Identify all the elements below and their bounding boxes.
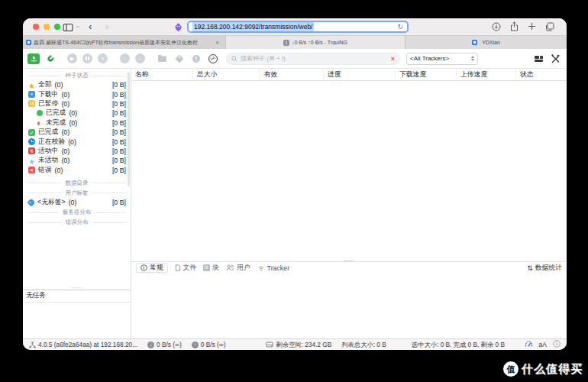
asterisk-icon bbox=[28, 82, 35, 89]
chevron-down-icon[interactable]: › bbox=[74, 26, 82, 28]
sidebar-scrollbar[interactable] bbox=[128, 72, 130, 186]
layout-toggle-icon[interactable] bbox=[534, 54, 544, 63]
filter-active[interactable]: 活动中(0) [0 B] bbox=[23, 147, 131, 156]
filter-all[interactable]: 全部(0) [0 B] bbox=[23, 80, 131, 89]
search-icon bbox=[231, 56, 237, 62]
search-placeholder: 搜索种子 (⌘ + f) bbox=[241, 54, 286, 63]
sidebar-toggle-icon[interactable] bbox=[63, 21, 73, 35]
tab-favicon bbox=[26, 40, 31, 45]
tab-tutorial[interactable]: 篇四 威联通TS-464C2的PT软件transmission最新版本安装并汉化… bbox=[23, 36, 226, 49]
details-resize-handle[interactable] bbox=[344, 259, 354, 263]
tracker-filter-value: <All Trackers> bbox=[410, 55, 449, 62]
speed-gauge-icon[interactable] bbox=[525, 340, 533, 350]
url-text[interactable]: 192.168.200.142:9092/transmission/web/ bbox=[192, 22, 314, 31]
tab-title: ↓0 B/s ↑0 B/s - TrguiNG bbox=[292, 40, 347, 45]
grid-icon bbox=[203, 264, 210, 271]
users-icon bbox=[226, 264, 234, 271]
stats-button[interactable]: ⇅ 数据统计 bbox=[527, 264, 562, 273]
section-header-servers: 服务器分布 bbox=[23, 207, 131, 217]
tab-pieces[interactable]: 块 bbox=[203, 264, 219, 273]
settings-tools-icon[interactable] bbox=[551, 53, 561, 63]
tab-peers[interactable]: 用户 bbox=[226, 264, 250, 273]
safari-window: › ‹ › 192.168.200.142:9092/transmission/… bbox=[23, 18, 567, 350]
filter-downloading[interactable]: 下载中(0) [0 B] bbox=[23, 89, 131, 99]
details-tab-bar: 常规 文件 块 用户 T bbox=[131, 262, 567, 274]
tab-trguing[interactable]: 1 ↓0 B/s ↑0 B/s - TrguiNG bbox=[226, 36, 405, 49]
speed-limit-icon[interactable] bbox=[208, 53, 218, 64]
network-icon bbox=[29, 342, 36, 348]
daemon-version: 4.0.5 (a6fe2a64aa) at 192.168.20... bbox=[29, 341, 137, 348]
priority-icon[interactable] bbox=[192, 54, 201, 63]
details-panel: 常规 文件 块 用户 T bbox=[131, 261, 567, 274]
extension-icon[interactable] bbox=[174, 21, 183, 35]
filter-error[interactable]: 错误(0) [0 B] bbox=[23, 166, 131, 175]
column-header-total-size[interactable]: 总大小 bbox=[193, 69, 260, 80]
clear-search-icon[interactable]: × bbox=[391, 55, 395, 63]
tracker-filter-select[interactable]: <All Trackers> bbox=[406, 53, 478, 65]
select-chevrons-icon bbox=[471, 56, 474, 61]
tab-files[interactable]: 文件 bbox=[175, 264, 197, 273]
file-icon bbox=[175, 264, 181, 271]
free-space: 剩余空间: 234.2 GB bbox=[266, 341, 331, 349]
watermark-text: 什么值得买 bbox=[522, 362, 583, 377]
back-button[interactable]: ‹ bbox=[89, 21, 92, 31]
section-header-errors: 错误分布 bbox=[23, 217, 131, 227]
tab-badge: 1 bbox=[283, 40, 289, 46]
drive-icon bbox=[266, 342, 273, 348]
column-header-have[interactable]: 有效 bbox=[260, 69, 324, 80]
font-size-button[interactable]: aA bbox=[539, 341, 547, 348]
section-header-labels: 用户标签 bbox=[23, 188, 131, 198]
remove-button[interactable]: × bbox=[98, 53, 108, 63]
filter-paused-complete[interactable]: 已完成(0) [0 B] bbox=[23, 108, 131, 118]
status-bar: 4.0.5 (a6fe2a64aa) at 192.168.20... ↓ 0 … bbox=[23, 338, 567, 350]
tab-general[interactable]: 常规 bbox=[136, 263, 168, 273]
minimize-window-button[interactable] bbox=[44, 24, 50, 30]
column-header-up-speed[interactable]: 上传速度 bbox=[457, 69, 516, 80]
move-folder-icon[interactable] bbox=[157, 54, 167, 63]
tab-ydxian[interactable]: YDXian bbox=[405, 36, 567, 49]
downloads-icon[interactable] bbox=[492, 22, 501, 31]
column-header-progress[interactable]: 进度 bbox=[324, 69, 396, 80]
half-dot-icon bbox=[36, 119, 43, 126]
tab-bar: 篇四 威联通TS-464C2的PT软件transmission最新版本安装并汉化… bbox=[23, 35, 567, 49]
inactive-icon bbox=[28, 157, 35, 164]
address-bar[interactable]: 192.168.200.142:9092/transmission/web/ ↻ bbox=[187, 21, 409, 33]
tab-overview-icon[interactable] bbox=[545, 22, 554, 31]
column-header-status[interactable]: 状态 bbox=[516, 69, 567, 80]
queue-down-button[interactable]: ↓ bbox=[135, 53, 145, 63]
filter-verifying[interactable]: 正在校验(0) [0 B] bbox=[23, 137, 131, 146]
column-header-name[interactable]: 名称 bbox=[131, 69, 193, 80]
list-total-size: 列表总大小: 0 B bbox=[341, 341, 386, 349]
labels-icon[interactable] bbox=[175, 54, 184, 63]
filter-inactive[interactable]: 未活动(0) [0 B] bbox=[23, 156, 131, 165]
info-circle-icon[interactable] bbox=[553, 340, 561, 349]
magnet-link-button[interactable] bbox=[44, 53, 57, 64]
filter-no-label[interactable]: <无标签>(0) [0 B] bbox=[23, 198, 131, 207]
pause-button[interactable] bbox=[82, 53, 92, 63]
resume-button[interactable]: ▶ bbox=[67, 53, 77, 63]
tab-tracker[interactable]: Tracker bbox=[257, 264, 290, 272]
upload-speed: ↑ 0 B/s (∞) bbox=[192, 341, 226, 348]
column-header-down-speed[interactable]: 下载速度 bbox=[396, 69, 457, 80]
torrent-table-body[interactable] bbox=[131, 81, 567, 261]
queue-up-button[interactable]: ↑ bbox=[120, 53, 130, 63]
section-header-status: 种子状态 bbox=[23, 70, 131, 80]
search-input[interactable]: 搜索种子 (⌘ + f) × bbox=[226, 53, 400, 65]
add-torrent-button[interactable] bbox=[27, 53, 40, 64]
tab-title: YDXian bbox=[482, 40, 500, 45]
details-body bbox=[131, 274, 567, 338]
new-tab-icon[interactable] bbox=[528, 22, 536, 31]
tab-title: 篇四 威联通TS-464C2的PT软件transmission最新版本安装并汉化… bbox=[34, 39, 198, 47]
filter-completed[interactable]: 已完成(0) [0 B] bbox=[23, 128, 131, 137]
close-window-button[interactable] bbox=[33, 24, 39, 30]
forward-button[interactable]: › bbox=[105, 21, 108, 31]
tasks-panel: 无任务 bbox=[23, 290, 131, 338]
reload-icon[interactable]: ↻ bbox=[397, 23, 403, 31]
completed-icon bbox=[28, 129, 35, 136]
share-icon[interactable] bbox=[510, 21, 519, 31]
filter-paused-incomplete[interactable]: 未完成(0) [0 B] bbox=[23, 118, 131, 128]
tab-close-icon[interactable]: × bbox=[212, 39, 222, 46]
tab-favicon bbox=[472, 40, 477, 45]
filter-paused[interactable]: 已暂停(0) [0 B] bbox=[23, 99, 131, 108]
zoom-window-button[interactable] bbox=[54, 24, 60, 30]
